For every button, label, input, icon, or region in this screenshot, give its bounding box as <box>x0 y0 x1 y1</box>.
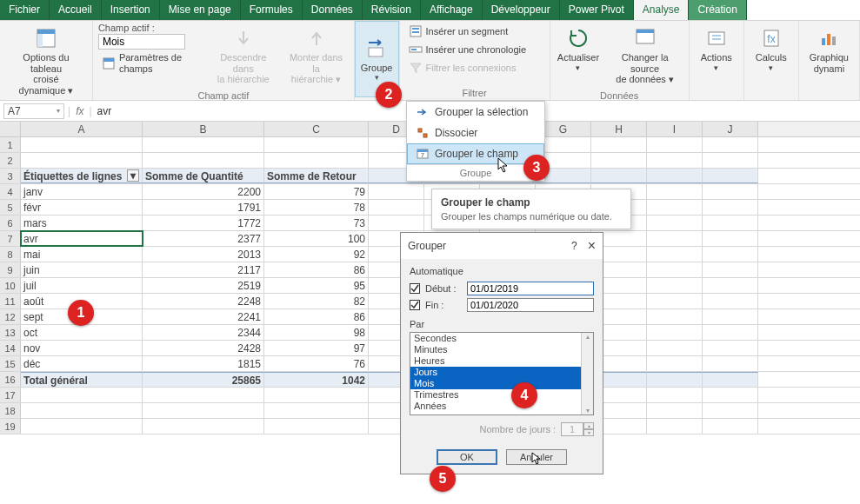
cell[interactable] <box>647 278 703 293</box>
cell[interactable]: 79 <box>264 184 369 199</box>
ok-button[interactable]: OK <box>437 449 497 465</box>
pivot-options-button[interactable]: Options du tableau croisé dynamique ▾ <box>5 23 87 100</box>
cell[interactable]: 2117 <box>143 262 264 277</box>
col-header-I[interactable]: I <box>647 122 703 136</box>
tab-design[interactable]: Création <box>689 0 746 20</box>
cell[interactable] <box>591 169 647 183</box>
cell[interactable] <box>21 403 143 418</box>
tab-data[interactable]: Données <box>303 0 363 20</box>
list-item[interactable]: Secondes <box>410 333 593 344</box>
menu-group-field[interactable]: 7 Grouper le champ <box>407 143 544 164</box>
cell[interactable] <box>703 341 758 355</box>
cell[interactable] <box>647 262 703 277</box>
end-input[interactable] <box>467 298 594 312</box>
select-all-corner[interactable] <box>0 122 21 136</box>
cell[interactable]: 76 <box>264 356 369 371</box>
col-header-H[interactable]: H <box>591 122 647 136</box>
cell[interactable]: oct <box>21 325 143 340</box>
tab-review[interactable]: Révision <box>363 0 421 20</box>
cell[interactable] <box>264 403 369 418</box>
cell[interactable] <box>647 137 703 152</box>
cell[interactable] <box>647 153 703 168</box>
cell[interactable] <box>143 137 264 152</box>
start-input[interactable] <box>467 282 594 295</box>
row-header[interactable]: 6 <box>0 216 21 230</box>
row-header[interactable]: 7 <box>0 231 21 246</box>
cell[interactable]: Total général <box>21 372 143 387</box>
cell[interactable]: mars <box>21 216 143 230</box>
cell[interactable] <box>143 388 264 402</box>
cell[interactable] <box>264 137 369 152</box>
cell[interactable]: 98 <box>264 325 369 340</box>
dialog-help-button[interactable]: ? <box>571 240 577 252</box>
row-header[interactable]: 11 <box>0 294 21 308</box>
tab-pivot[interactable]: Power Pivot <box>560 0 634 20</box>
cell[interactable] <box>21 153 143 168</box>
list-item[interactable]: Mois <box>410 378 593 389</box>
cell[interactable] <box>703 184 758 199</box>
change-source-button[interactable]: Changer la source de données ▾ <box>606 23 683 89</box>
row-header[interactable]: 1 <box>0 137 21 152</box>
col-header-A[interactable]: A <box>21 122 143 136</box>
row-header[interactable]: 5 <box>0 200 21 215</box>
fx-icon[interactable]: fx <box>70 105 89 117</box>
cell[interactable]: déc <box>21 356 143 371</box>
cell[interactable]: nov <box>21 341 143 355</box>
row-header[interactable]: 3 <box>0 169 21 183</box>
cell[interactable]: juin <box>21 262 143 277</box>
cancel-button[interactable]: Annuler <box>506 449 567 465</box>
row-header[interactable]: 8 <box>0 247 21 262</box>
cell[interactable] <box>369 200 424 215</box>
cell[interactable]: 1815 <box>143 356 264 371</box>
cell[interactable] <box>703 372 758 387</box>
tab-dev[interactable]: Développeur <box>483 0 560 20</box>
cell[interactable] <box>264 153 369 168</box>
row-header[interactable]: 18 <box>0 403 21 418</box>
tab-layout[interactable]: Mise en page <box>160 0 241 20</box>
col-header-C[interactable]: C <box>264 122 369 136</box>
cell[interactable]: 2519 <box>143 278 264 293</box>
cell[interactable]: 78 <box>264 200 369 215</box>
calcs-button[interactable]: fxCalculs▾ <box>750 23 793 76</box>
cell[interactable]: 2344 <box>143 325 264 340</box>
cell[interactable] <box>647 372 703 387</box>
cell[interactable] <box>21 137 143 152</box>
filter-dropdown-icon[interactable]: ▾ <box>127 169 139 182</box>
end-checkbox[interactable] <box>410 300 420 310</box>
field-settings-button[interactable]: Paramètres de champs <box>98 50 203 76</box>
cell[interactable] <box>647 247 703 262</box>
cell[interactable] <box>703 216 758 230</box>
tab-formulas[interactable]: Formules <box>241 0 303 20</box>
cell[interactable] <box>703 169 758 183</box>
cell[interactable] <box>703 278 758 293</box>
menu-ungroup[interactable]: Dissocier <box>407 123 544 143</box>
col-header-J[interactable]: J <box>703 122 758 136</box>
list-item[interactable]: Jours <box>410 367 593 378</box>
by-list[interactable]: SecondesMinutesHeuresJoursMoisTrimestres… <box>410 332 594 415</box>
cell[interactable]: mai <box>21 247 143 262</box>
cell[interactable] <box>703 309 758 324</box>
cell[interactable]: 2428 <box>143 341 264 355</box>
cell[interactable] <box>647 419 703 434</box>
cell[interactable]: 2248 <box>143 294 264 308</box>
tab-file[interactable]: Fichier <box>0 0 50 20</box>
row-header[interactable]: 19 <box>0 419 21 434</box>
cell[interactable] <box>143 419 264 434</box>
scrollbar[interactable]: ▴ ▾ <box>581 333 593 414</box>
cell[interactable]: 1772 <box>143 216 264 230</box>
cell[interactable]: juil <box>21 278 143 293</box>
row-header[interactable]: 4 <box>0 184 21 199</box>
cell[interactable] <box>647 356 703 371</box>
cell[interactable]: Somme de Retour <box>264 169 369 183</box>
list-item[interactable]: Heures <box>410 355 593 367</box>
cell[interactable]: 92 <box>264 247 369 262</box>
cell[interactable]: 86 <box>264 309 369 324</box>
cell[interactable]: avr <box>21 231 143 246</box>
cell[interactable] <box>143 153 264 168</box>
tab-home[interactable]: Accueil <box>50 0 102 20</box>
row-header[interactable]: 17 <box>0 388 21 402</box>
cell[interactable]: 82 <box>264 294 369 308</box>
cell[interactable]: 95 <box>264 278 369 293</box>
cell[interactable] <box>647 231 703 246</box>
active-field-input[interactable] <box>98 34 185 50</box>
